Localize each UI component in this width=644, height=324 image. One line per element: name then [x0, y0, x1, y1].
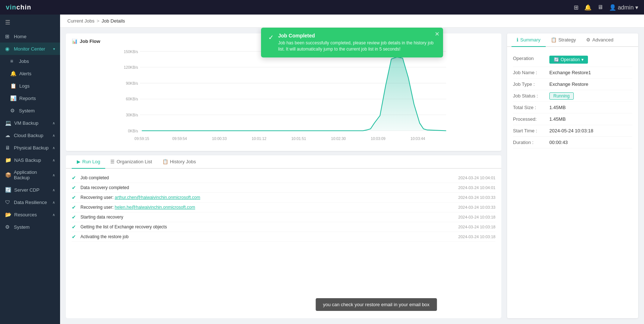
total-size-value: 1.45MB — [549, 105, 632, 110]
x-label-2: 09:59:54 — [172, 137, 187, 141]
home-icon: ⊞ — [5, 33, 11, 39]
topbar: vinchin ⊞ 🔔 🖥 👤 admin ▾ — [0, 0, 644, 15]
breadcrumb-parent[interactable]: Current Jobs — [67, 18, 94, 24]
sidebar-item-label: System — [19, 108, 35, 113]
sidebar-item-label: Data Resilience — [14, 200, 47, 205]
chevron-up-icon: ∧ — [52, 133, 55, 137]
sidebar-item-label: Cloud Backup — [14, 133, 43, 138]
y-label-30: 30KB/s — [126, 113, 138, 117]
sidebar-item-label: System — [14, 224, 29, 230]
sidebar-item-label: VM Backup — [14, 120, 38, 126]
tab-run-log[interactable]: ▶ Run Log — [72, 155, 105, 169]
sidebar-item-home[interactable]: ⊞ Home — [0, 30, 60, 43]
tab-history-jobs[interactable]: 📋 History Jobs — [157, 155, 201, 169]
sidebar-item-system-mc[interactable]: ⚙ System — [0, 104, 60, 117]
notification-body: Job Completed Job has been successfully … — [278, 33, 436, 52]
close-icon[interactable]: ✕ — [435, 31, 439, 37]
sidebar-item-cloud-backup[interactable]: ☁ Cloud Backup ∧ — [0, 129, 60, 141]
job-type-value: Exchange Restore — [549, 81, 632, 87]
logs-icon: 📋 — [10, 83, 16, 89]
tab-org-list[interactable]: ☰ Organization List — [105, 155, 157, 169]
tab-summary[interactable]: ℹ Summary — [511, 33, 546, 47]
breadcrumb-current: Job Details — [102, 18, 125, 24]
sidebar-item-label: Home — [14, 34, 27, 39]
notification-message: Job has been successfully completed, ple… — [278, 40, 436, 52]
sidebar-item-monitor-center[interactable]: ◉ Monitor Center ▾ — [0, 43, 60, 55]
chart-area-fill — [142, 57, 446, 131]
sidebar-item-resources[interactable]: 📂 Resources ∧ — [0, 208, 60, 221]
sidebar-item-label: Reports — [19, 96, 36, 101]
log-timestamp: 2024-03-24 10:03:33 — [458, 205, 495, 209]
start-time-label: Start Time : — [513, 128, 549, 133]
run-log-icon: ▶ — [77, 159, 80, 164]
log-link[interactable]: helen.he@haiwaivinchin.onmicrosoft.com — [115, 205, 195, 210]
job-status-value: Running — [549, 93, 632, 99]
sidebar-item-application-backup[interactable]: 📦 Application Backup ∧ — [0, 166, 60, 184]
checkmark-icon: ✓ — [268, 33, 274, 41]
sidebar-item-label: Resources — [14, 212, 37, 217]
log-text: Starting data recovery — [80, 215, 455, 220]
list-item: ✔Job completed2024-03-24 10:04:01 — [72, 173, 495, 183]
sidebar-item-alerts[interactable]: 🔔 Alerts — [0, 67, 60, 80]
breadcrumb: Current Jobs > Job Details — [60, 15, 644, 28]
main-layout: ☰ ⊞ Home ◉ Monitor Center ▾ ≡ Jobs 🔔 Ale… — [0, 15, 644, 324]
y-label-150: 150KB/s — [124, 50, 138, 54]
sidebar-item-label: Server CDP — [14, 187, 39, 193]
summary-content: Operation 🔄 Operation ▾ Job Name :Exchan… — [507, 47, 638, 318]
checkmark-icon: ✔ — [72, 175, 78, 181]
sidebar-item-system[interactable]: ⚙ System — [0, 221, 60, 233]
sidebar-item-server-cdp[interactable]: 🔄 Server CDP ∧ — [0, 184, 60, 196]
strategy-icon: 📋 — [551, 37, 557, 43]
sidebar-item-label: Jobs — [19, 59, 29, 64]
logo-vin: vin — [6, 4, 16, 11]
list-item: ✔Activating the restore job2024-03-24 10… — [72, 232, 495, 242]
tab-advanced[interactable]: ⚙ Advanced — [581, 33, 619, 47]
grid-icon[interactable]: ⊞ — [574, 4, 578, 11]
system-mc-icon: ⚙ — [10, 108, 16, 113]
monitor-icon[interactable]: 🖥 — [597, 4, 603, 11]
log-text: Recovering user: helen.he@haiwaivinchin.… — [80, 205, 455, 210]
cloud-backup-icon: ☁ — [5, 132, 11, 138]
log-timestamp: 2024-03-24 10:03:18 — [458, 225, 495, 229]
sidebar-item-vm-backup[interactable]: 💻 VM Backup ∧ — [0, 117, 60, 129]
sidebar-item-nas-backup[interactable]: 📁 NAS Backup ∧ — [0, 154, 60, 166]
log-timestamp: 2024-03-24 10:03:18 — [458, 215, 495, 219]
x-label-8: 10:03:44 — [410, 137, 425, 141]
hamburger-button[interactable]: ☰ — [0, 15, 60, 30]
bell-icon[interactable]: 🔔 — [584, 4, 592, 11]
operation-value: 🔄 Operation ▾ — [549, 56, 632, 64]
monitor-center-icon: ◉ — [5, 46, 11, 52]
sidebar-item-jobs[interactable]: ≡ Jobs — [0, 55, 60, 67]
log-link[interactable]: arthur.chen@haiwaivinchin.onmicrosoft.co… — [115, 195, 200, 200]
sidebar-item-physical-backup[interactable]: 🖥 Physical Backup ∧ — [0, 141, 60, 154]
list-item: ✔Getting the list of Exchange recovery o… — [72, 222, 495, 232]
sidebar-item-logs[interactable]: 📋 Logs — [0, 80, 60, 92]
chart-svg: 150KB/s 120KB/s 90KB/s 60KB/s 30KB/s 0KB… — [72, 48, 495, 146]
chevron-up-icon: ∧ — [52, 213, 55, 217]
list-item: ✔Data recovery completed2024-03-24 10:04… — [72, 183, 495, 193]
checkmark-icon: ✔ — [72, 185, 78, 191]
tab-strategy[interactable]: 📋 Strategy — [546, 33, 581, 47]
log-text: Recovering user: arthur.chen@haiwaivinch… — [80, 195, 455, 200]
list-item: ✔Starting data recovery2024-03-24 10:03:… — [72, 212, 495, 222]
application-backup-icon: 📦 — [5, 172, 11, 178]
operation-button[interactable]: 🔄 Operation ▾ — [549, 56, 588, 64]
sidebar-item-reports[interactable]: 📊 Reports — [0, 92, 60, 104]
log-text: Getting the list of Exchange recovery ob… — [80, 224, 455, 229]
checkmark-icon: ✔ — [72, 204, 78, 210]
chart-icon: 📊 — [72, 39, 78, 44]
physical-backup-icon: 🖥 — [5, 145, 11, 151]
processed-value: 1.45MB — [549, 116, 632, 122]
processed-label: Processed: — [513, 116, 549, 122]
summary-row-start-time: Start Time :2024-05-24 10:03:18 — [513, 125, 632, 137]
sidebar-item-label: Logs — [19, 83, 29, 89]
log-timestamp: 2024-03-24 10:03:18 — [458, 235, 495, 239]
summary-row-job-name: Job Name :Exchange Restore1 — [513, 67, 632, 79]
dropdown-arrow-icon: ▾ — [581, 57, 584, 62]
sidebar-item-label: Application Backup — [14, 169, 50, 180]
sidebar-item-data-resilience[interactable]: 🛡 Data Resilience ∧ — [0, 196, 60, 208]
right-tabs: ℹ Summary 📋 Strategy ⚙ Advanced — [507, 33, 638, 47]
user-icon[interactable]: 👤 admin ▾ — [609, 4, 638, 11]
start-time-value: 2024-05-24 10:03:18 — [549, 128, 632, 133]
chevron-up-icon: ∧ — [52, 188, 55, 192]
